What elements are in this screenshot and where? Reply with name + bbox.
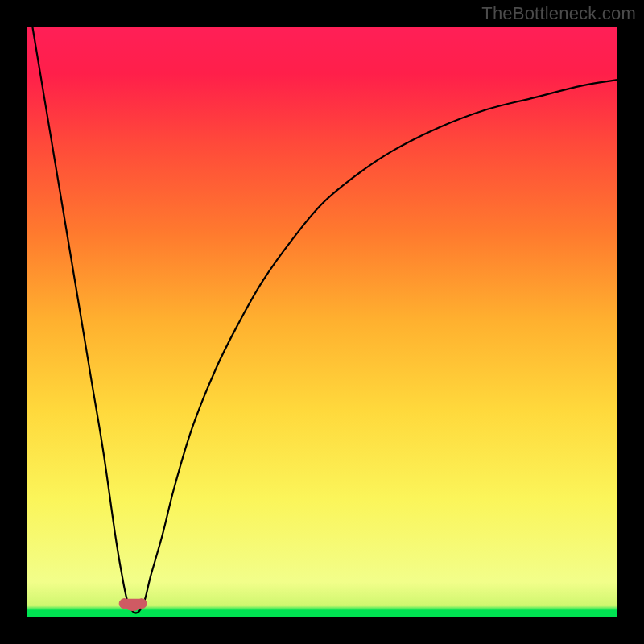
plot-area <box>27 27 617 617</box>
valley-marker <box>119 599 147 611</box>
chart-frame: TheBottleneck.com <box>0 0 644 644</box>
bottleneck-curve <box>32 27 617 613</box>
watermark-text: TheBottleneck.com <box>481 3 636 24</box>
curve-svg <box>27 27 617 617</box>
